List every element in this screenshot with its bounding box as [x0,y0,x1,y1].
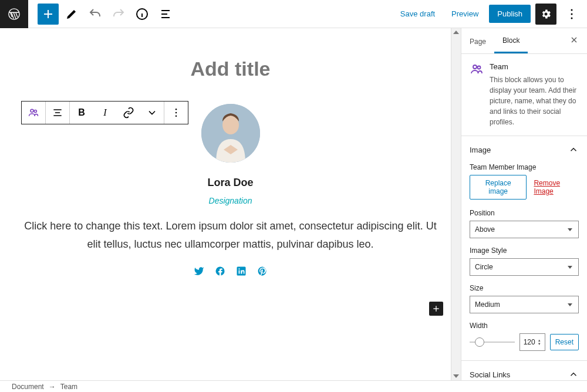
page-title[interactable]: Add title [14,58,448,80]
outline-button[interactable] [155,4,176,25]
position-label: Position [470,209,579,217]
chevron-up-icon [568,369,579,380]
info-button[interactable] [131,4,153,25]
social-section-toggle[interactable]: Social Links [461,361,587,380]
svg-point-2 [571,9,573,11]
svg-rect-13 [238,271,239,274]
social-icons [14,266,448,278]
save-draft-button[interactable]: Save draft [394,5,441,23]
image-style-label: Image Style [470,246,579,255]
svg-point-14 [238,268,239,269]
social-links-section: Social Links Enable Social Links Open Li… [461,361,587,380]
twitter-icon[interactable] [194,266,204,278]
size-label: Size [470,284,579,292]
editor-scrollbar[interactable] [451,28,461,380]
breadcrumb-bar: Document → Team [0,380,587,392]
block-title: Team [490,62,579,71]
editor-canvas: B I Add title [0,28,461,380]
reset-width-button[interactable]: Reset [550,334,579,350]
redo-button[interactable] [108,4,129,25]
breadcrumb-team[interactable]: Team [60,383,77,391]
width-label: Width [470,322,579,330]
svg-point-15 [473,65,477,69]
tab-block[interactable]: Block [494,28,528,53]
team-member-description[interactable]: Click here to change this text. Lorem ip… [14,217,448,253]
width-input[interactable]: 120 ▲▼ [519,333,545,351]
replace-image-button[interactable]: Replace image [470,175,527,200]
preview-button[interactable]: Preview [446,5,484,23]
team-member-image-label: Team Member Image [470,163,579,171]
remove-image-link[interactable]: Remove Image [534,179,579,195]
block-info: Team This block allows you to display yo… [461,54,587,136]
size-select[interactable]: Medium [470,296,579,313]
publish-button[interactable]: Publish [489,5,531,23]
facebook-icon[interactable] [215,266,225,278]
chevron-up-icon [568,144,579,155]
add-block-button[interactable] [38,4,59,25]
image-section-toggle[interactable]: Image [461,136,587,163]
sidebar-tabs: Page Block [461,28,587,54]
tab-page[interactable]: Page [461,29,494,53]
insert-block-button[interactable] [429,302,443,316]
pinterest-icon[interactable] [257,266,268,278]
toolbar-left [0,0,176,28]
undo-button[interactable] [85,4,106,25]
team-member-designation[interactable]: Designation [14,196,448,205]
image-section: Image Team Member Image Replace image Re… [461,136,587,361]
position-select[interactable]: Above [470,221,579,238]
close-sidebar-button[interactable] [561,35,587,46]
edit-mode-button[interactable] [61,4,82,25]
wordpress-logo[interactable] [0,0,28,28]
svg-point-4 [571,17,573,19]
toolbar-right: Save draft Preview Publish [394,4,587,25]
block-description: This block allows you to display your te… [490,75,579,127]
svg-point-3 [571,13,573,15]
settings-sidebar: Page Block Team This block allows you to… [461,28,587,380]
top-toolbar: Save draft Preview Publish [0,0,587,28]
width-spinner[interactable]: ▲▼ [538,339,541,346]
breadcrumb-document[interactable]: Document [12,383,44,391]
image-style-select[interactable]: Circle [470,258,579,276]
main-area: B I Add title [0,28,587,380]
width-slider[interactable] [470,342,515,343]
team-member-avatar[interactable] [201,104,260,163]
more-menu-button[interactable] [561,4,582,25]
team-block-icon [470,62,484,127]
team-member-name[interactable]: Lora Doe [14,177,448,189]
svg-point-16 [478,66,481,69]
settings-button[interactable] [535,4,556,25]
editor-content: Add title Lora Doe Designation Click her… [14,28,448,278]
breadcrumb-separator: → [49,383,56,391]
linkedin-icon[interactable] [236,266,247,278]
